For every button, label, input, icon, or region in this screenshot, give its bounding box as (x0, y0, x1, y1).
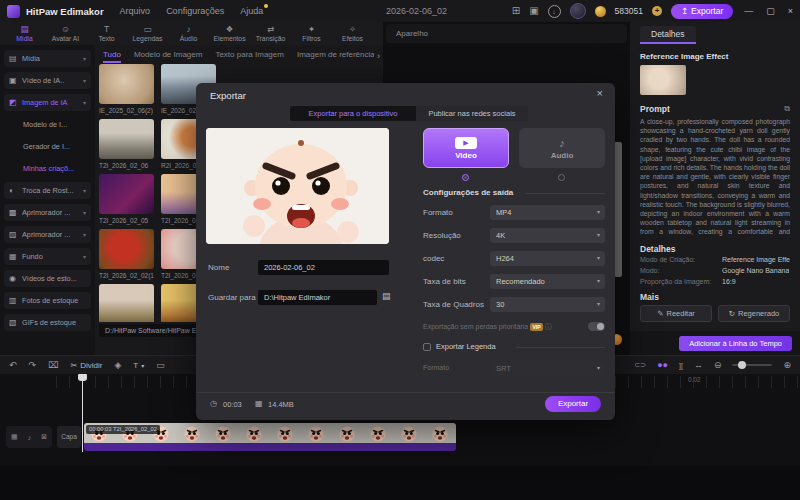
ribbon-item-elementos[interactable]: ❖Elementos (209, 24, 250, 43)
media-thumbnail[interactable] (99, 284, 154, 322)
sidebar-item-troca-rosto[interactable]: ◐Troca de Rost...▾ (4, 182, 91, 199)
undo-icon[interactable]: ↶ (9, 360, 17, 370)
media-tab-modelo[interactable]: Modelo de Imagem (134, 50, 202, 63)
reedit-button[interactable]: ✎Reeditar (640, 305, 712, 322)
export-confirm-button[interactable]: Exportar (545, 396, 601, 412)
timeline-zoom-slider[interactable] (732, 364, 772, 366)
media-thumbnail[interactable] (99, 64, 154, 104)
name-input[interactable] (258, 260, 389, 275)
audio-type-button[interactable]: ♪ Audio (519, 128, 605, 168)
track-mute-icon[interactable]: ♪ (28, 434, 32, 441)
browse-folder-icon[interactable]: ▤ (382, 291, 391, 301)
sidebar-item-gifs-estoque[interactable]: ▧GIFs de estoque (4, 314, 91, 331)
regenerate-button[interactable]: ↻Regenerado (718, 305, 790, 322)
ribbon-item-midia[interactable]: ▤Mídia (4, 24, 45, 43)
redo-icon[interactable]: ↷ (29, 360, 37, 370)
export-button-titlebar[interactable]: ↥ Exportar (671, 4, 733, 19)
avatar[interactable] (570, 3, 586, 19)
resolution-select[interactable]: 4K▾ (490, 228, 605, 243)
video-type-button[interactable]: ▶ Video (423, 128, 509, 168)
link-clips-icon[interactable]: ⊂⊃ (634, 361, 646, 369)
media-item[interactable]: T2I_2026_02_02(1) (99, 229, 154, 282)
media-item[interactable]: T2I_2026_02_06 (99, 119, 154, 172)
playhead-line[interactable] (82, 380, 83, 452)
ribbon-item-avatar-ai[interactable]: ☺Avatar AI (45, 24, 86, 43)
download-icon[interactable]: ↓ (548, 5, 561, 18)
cover-button[interactable]: Capa (57, 426, 81, 448)
preview-device-header[interactable]: Aparelho (386, 24, 627, 43)
sidebar-item-midia[interactable]: ▤Mídia▾ (4, 50, 91, 67)
ribbon-item-texto[interactable]: TTexto (86, 24, 127, 43)
sidebar-item-videos-estoque[interactable]: ◉Vídeos de esto... (4, 270, 91, 287)
media-item[interactable] (99, 284, 154, 322)
menu-ajuda[interactable]: Ajuda (240, 6, 263, 16)
sidebar-item-fotos-estoque[interactable]: ▥Fotos de estoque (4, 292, 91, 309)
dialog-close-icon[interactable]: × (597, 87, 603, 99)
media-item[interactable]: IE_2025_02_06(2) (99, 64, 154, 117)
ribbon-item-audio[interactable]: ♪Áudio (168, 24, 209, 43)
tab-detalhes[interactable]: Detalhes (640, 26, 696, 44)
media-tab-imagem-referencia[interactable]: Imagem de referência (297, 50, 375, 63)
zoom-out-icon[interactable]: ⊖ (714, 360, 722, 370)
video-radio[interactable] (462, 174, 469, 181)
delete-icon[interactable]: ⌧ (48, 360, 58, 370)
media-thumbnail[interactable] (99, 229, 154, 269)
tab-export-device[interactable]: Exportar para o dispositivo (290, 106, 416, 121)
ribbon-item-efeitos[interactable]: ✧Efeitos (332, 24, 373, 43)
ruler-time-label: 0.02 (688, 376, 701, 383)
menu-configuracoes[interactable]: Configurações (166, 6, 224, 16)
maximize-button[interactable]: ▢ (764, 0, 777, 22)
media-tab-tudo[interactable]: Tudo (103, 50, 121, 63)
lossless-toggle[interactable] (588, 322, 605, 331)
sidebar-item-modelo-imagem[interactable]: Modelo de I... (4, 116, 91, 133)
format-select[interactable]: MP4▾ (490, 205, 605, 220)
export-button-label: Exportar (691, 6, 723, 16)
track-lock-icon[interactable]: ⊠ (41, 433, 47, 441)
reference-image-thumbnail[interactable] (640, 65, 686, 95)
media-item[interactable]: T2I_2026_02_05 (99, 174, 154, 227)
frame-tool-icon[interactable]: ▭ (156, 360, 165, 370)
minimize-button[interactable]: — (742, 0, 755, 22)
sidebar-label: Aprimorador ... (22, 208, 70, 217)
clip-audio-bar[interactable] (84, 443, 456, 451)
split-button[interactable]: ✂Dividir (70, 361, 102, 370)
detail-value: Google Nano Banana (722, 265, 789, 276)
codec-select[interactable]: H264▾ (490, 251, 605, 266)
ribbon-item-transicao[interactable]: ⇄Transição (250, 24, 291, 43)
audio-radio[interactable] (558, 174, 565, 181)
tabs-overflow-chevron-icon[interactable]: › (374, 51, 380, 61)
media-tab-texto-imagem[interactable]: Texto para Imagem (215, 50, 283, 63)
zoom-in-icon[interactable]: ⊕ (783, 360, 791, 370)
media-thumbnail[interactable] (99, 119, 154, 159)
ribbon-item-filtros[interactable]: ✦Filtros (291, 24, 332, 43)
sidebar-item-fundo[interactable]: ▦Fundo▾ (4, 248, 91, 265)
save-path-input[interactable] (258, 290, 377, 305)
sidebar-item-minhas-criacoes[interactable]: Minhas criaçõ... (4, 160, 91, 177)
subtitle-format-select[interactable]: SRT▾ (490, 361, 605, 376)
magnet-snap-icon[interactable]: ●● (657, 360, 668, 370)
framerate-select[interactable]: 30▾ (490, 297, 605, 312)
add-credits-button[interactable]: + (652, 6, 662, 16)
sidebar-item-video-ia[interactable]: ▣Vídeo de IA..▾ (4, 72, 91, 89)
text-tool-dropdown[interactable]: T▾ (133, 361, 144, 370)
sidebar-item-aprimorador-2[interactable]: ▨Aprimorador ...▾ (4, 226, 91, 243)
ribbon-item-legendas[interactable]: ▭Legendas (127, 24, 168, 43)
shield-icon[interactable]: ◈ (114, 360, 121, 370)
close-button[interactable]: × (786, 0, 795, 22)
sidebar-item-aprimorador-1[interactable]: ▩Aprimorador ...▾ (4, 204, 91, 221)
media-thumbnail[interactable] (99, 174, 154, 214)
bitrate-select[interactable]: Recomendado▾ (490, 274, 605, 289)
tab-publish-social[interactable]: Publicar nas redes sociais (416, 106, 528, 121)
zoom-slider-knob[interactable] (738, 361, 746, 369)
layout-icon[interactable]: ⊞ (512, 0, 520, 22)
fit-timeline-icon[interactable]: ↔ (694, 360, 703, 370)
sidebar-item-gerador-imagem[interactable]: Gerador de I... (4, 138, 91, 155)
add-to-timeline-button[interactable]: Adicionar à Linha do Tempo (679, 336, 792, 351)
snap-edges-icon[interactable]: ][ (679, 362, 683, 369)
menu-arquivo[interactable]: Arquivo (120, 6, 151, 16)
track-type-icon[interactable]: ▦ (11, 433, 18, 441)
copy-icon[interactable]: ⧉ (784, 104, 790, 114)
feedback-icon[interactable]: ▣ (529, 0, 538, 22)
subtitle-checkbox[interactable] (423, 343, 431, 351)
sidebar-item-imagem-ia[interactable]: ◩Imagem de IA▾ (4, 94, 91, 111)
